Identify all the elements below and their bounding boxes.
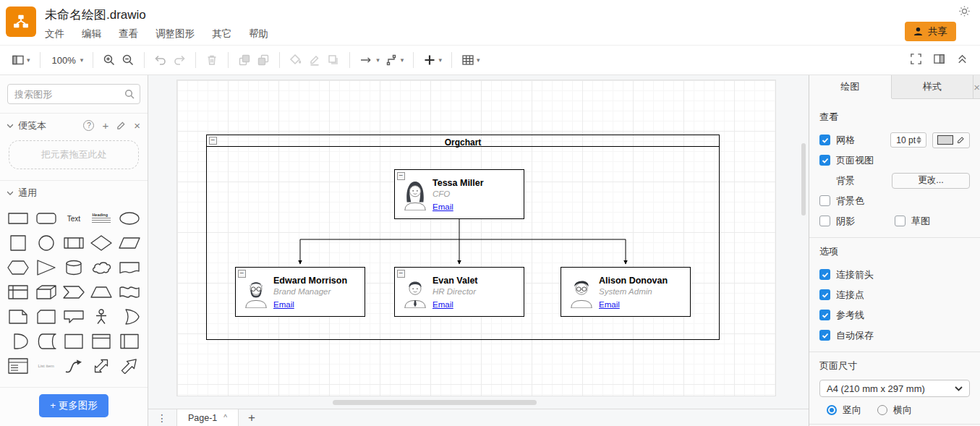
shape-tape[interactable]	[116, 280, 143, 304]
help-icon[interactable]: ?	[83, 120, 94, 131]
spinner[interactable]	[916, 136, 921, 144]
shape-cube[interactable]	[32, 280, 59, 304]
grid-checkbox[interactable]	[819, 135, 830, 145]
shape-vertical-container[interactable]	[116, 329, 143, 354]
zoom-out-button[interactable]	[119, 51, 137, 69]
horizontal-scrollbar[interactable]	[333, 400, 537, 405]
grid-size-input[interactable]	[891, 135, 916, 145]
shape-data-storage[interactable]	[32, 329, 59, 354]
redo-button[interactable]	[170, 51, 189, 69]
line-color-button[interactable]	[305, 51, 324, 69]
view-panels-button[interactable]: ▾	[9, 51, 33, 69]
shape-step[interactable]	[60, 280, 88, 304]
document-title[interactable]: 未命名绘图.drawio	[45, 7, 268, 23]
guides-checkbox[interactable]	[819, 310, 830, 320]
shape-or[interactable]	[116, 304, 143, 329]
shape-triangle[interactable]	[32, 255, 59, 280]
email-link[interactable]: Email	[433, 202, 453, 213]
more-shapes-button[interactable]: + 更多图形	[39, 394, 108, 417]
shape-diamond[interactable]	[88, 231, 115, 255]
shape-dashed-line[interactable]	[4, 378, 32, 381]
page-view-checkbox[interactable]	[819, 155, 830, 166]
menu-arrange[interactable]: 调整图形	[155, 27, 195, 41]
connection-points-checkbox[interactable]	[819, 289, 830, 300]
to-back-button[interactable]	[254, 51, 273, 69]
email-link[interactable]: Email	[433, 299, 453, 310]
scratchpad-dropzone[interactable]: 把元素拖至此处	[9, 140, 139, 169]
shape-trapezoid[interactable]	[88, 280, 115, 304]
shape-actor[interactable]	[88, 304, 115, 329]
shape-rectangle[interactable]	[4, 206, 32, 231]
format-panel-toggle-button[interactable]	[933, 53, 945, 68]
pages-menu-icon[interactable]: ⋮	[148, 412, 176, 424]
org-node-card-alison[interactable]: Alison Donovan System Admin Email	[561, 267, 691, 317]
shape-cloud[interactable]	[88, 255, 115, 280]
background-color-checkbox[interactable]	[819, 195, 830, 206]
menu-extras[interactable]: 其它	[212, 27, 231, 41]
change-background-button[interactable]: 更改...	[892, 173, 970, 189]
shape-document[interactable]	[116, 255, 143, 280]
share-button[interactable]: 共享	[905, 22, 956, 41]
vertical-scrollbar[interactable]	[801, 143, 806, 216]
add-icon[interactable]: +	[102, 119, 108, 132]
undo-button[interactable]	[151, 51, 170, 69]
shape-circle[interactable]	[32, 231, 59, 255]
add-page-icon[interactable]: +	[248, 412, 255, 424]
shape-dotted-line[interactable]	[60, 378, 88, 381]
close-panel-icon[interactable]: ×	[973, 75, 980, 98]
autosave-checkbox[interactable]	[819, 330, 830, 341]
paper-size-select[interactable]: A4 (210 mm x 297 mm)	[819, 380, 970, 397]
portrait-radio[interactable]	[827, 405, 837, 415]
zoom-level-dropdown[interactable]: 100% ▾	[47, 53, 87, 68]
shape-list[interactable]	[4, 354, 32, 378]
menu-file[interactable]: 文件	[45, 27, 64, 41]
close-icon[interactable]: ×	[134, 119, 140, 132]
shape-container[interactable]	[60, 329, 88, 354]
table-button[interactable]: ▾	[459, 51, 483, 69]
shape-text[interactable]: Text	[60, 206, 88, 231]
shadow-checkbox[interactable]	[819, 216, 830, 226]
menu-edit[interactable]: 编辑	[82, 27, 101, 41]
scratchpad-header[interactable]: 便笺本 ? + ×	[0, 115, 148, 136]
shape-link[interactable]	[88, 378, 115, 381]
tab-style[interactable]: 样式	[892, 75, 974, 98]
to-front-button[interactable]	[235, 51, 254, 69]
org-node-card-edward[interactable]: − Edward Morrison Brand Manager Email	[235, 267, 365, 317]
shape-rounded-rectangle[interactable]	[32, 206, 59, 231]
search-input[interactable]	[7, 84, 140, 104]
shape-process[interactable]	[60, 231, 88, 255]
shape-square[interactable]	[4, 231, 32, 255]
org-node-card-tessa[interactable]: − Tessa Miller CFO Email	[394, 169, 524, 219]
fullscreen-button[interactable]	[910, 53, 922, 68]
edit-icon[interactable]	[116, 121, 126, 130]
org-node-card-evan[interactable]: − Evan Valet HR Director Email	[394, 267, 524, 317]
shape-container-title[interactable]	[88, 329, 115, 354]
page-tab[interactable]: Page-1 ^	[176, 409, 239, 426]
shape-list-item[interactable]: List item	[32, 354, 59, 378]
sketch-checkbox[interactable]	[895, 216, 906, 226]
delete-button[interactable]	[203, 51, 221, 69]
shape-callout[interactable]	[60, 304, 88, 329]
collapse-toolbar-button[interactable]	[956, 53, 968, 68]
menu-help[interactable]: 帮助	[249, 27, 268, 41]
shape-line[interactable]	[32, 378, 59, 381]
menu-view[interactable]: 查看	[119, 27, 138, 41]
shape-card[interactable]	[32, 304, 59, 329]
insert-button[interactable]: ▾	[420, 51, 445, 69]
general-shapes-header[interactable]: 通用	[0, 182, 148, 203]
email-link[interactable]: Email	[599, 299, 620, 310]
shape-note[interactable]	[4, 304, 32, 329]
connection-arrows-checkbox[interactable]	[819, 269, 830, 280]
theme-icon[interactable]	[958, 5, 971, 20]
shape-textbox[interactable]: Heading	[88, 206, 115, 231]
zoom-in-button[interactable]	[100, 51, 119, 69]
shadow-button[interactable]	[324, 51, 343, 69]
drawio-logo-icon[interactable]	[6, 7, 36, 37]
shape-internal-storage[interactable]	[4, 280, 32, 304]
shape-hexagon[interactable]	[4, 255, 32, 280]
shape-and[interactable]	[4, 329, 32, 354]
email-link[interactable]: Email	[273, 299, 294, 310]
shape-directional-connector[interactable]	[116, 378, 143, 381]
collapse-toggle[interactable]: −	[209, 137, 217, 145]
landscape-radio[interactable]	[877, 405, 887, 415]
